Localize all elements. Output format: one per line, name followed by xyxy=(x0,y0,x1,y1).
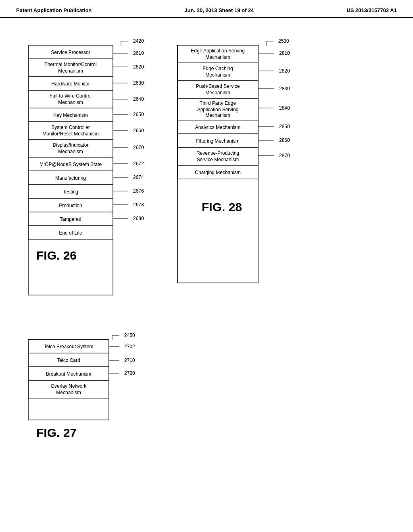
header-right: US 2013/0157702 A1 xyxy=(346,7,397,13)
svg-text:2630: 2630 xyxy=(133,80,144,86)
svg-text:Revenue-Producing: Revenue-Producing xyxy=(196,150,239,156)
svg-rect-122 xyxy=(28,339,109,420)
svg-text:Telco Breakout System: Telco Breakout System xyxy=(44,344,94,349)
header-middle: Jun. 20, 2013 Sheet 19 of 24 xyxy=(184,7,254,13)
svg-text:2420: 2420 xyxy=(133,38,144,44)
svg-text:2676: 2676 xyxy=(133,188,144,194)
fig27-container: 2450 Telco Breakout System 2702 Telco Ca… xyxy=(24,328,161,465)
svg-text:2720: 2720 xyxy=(124,370,135,376)
svg-text:2702: 2702 xyxy=(124,344,135,349)
svg-text:2680: 2680 xyxy=(133,216,144,221)
svg-text:Application Serving: Application Serving xyxy=(197,107,239,112)
header-left: Patent Application Publication xyxy=(16,7,92,13)
svg-text:Hardware Monitor: Hardware Monitor xyxy=(51,81,90,87)
svg-text:System Controller: System Controller xyxy=(51,125,90,130)
svg-text:2810: 2810 xyxy=(279,50,290,56)
svg-text:2672: 2672 xyxy=(133,161,144,166)
svg-text:2450: 2450 xyxy=(124,332,135,338)
svg-text:Service Processor: Service Processor xyxy=(51,50,90,55)
svg-text:2870: 2870 xyxy=(279,153,290,158)
svg-text:Testing: Testing xyxy=(63,189,78,195)
svg-text:Telco Card: Telco Card xyxy=(57,357,80,363)
svg-text:Mechanism: Mechanism xyxy=(205,72,230,78)
svg-text:2820: 2820 xyxy=(279,68,290,74)
svg-text:Overlay Network: Overlay Network xyxy=(51,383,87,389)
svg-text:2640: 2640 xyxy=(133,96,144,102)
svg-text:Mechanism: Mechanism xyxy=(205,54,230,60)
svg-text:2674: 2674 xyxy=(133,175,144,180)
svg-text:Tampered: Tampered xyxy=(60,216,81,222)
svg-text:Charging Mechanism: Charging Mechanism xyxy=(195,170,240,175)
svg-text:MIOP@NodeB System State: MIOP@NodeB System State xyxy=(40,162,102,167)
fig26-diagram: 2420 Service Processor 2610 Thermal Moni… xyxy=(24,34,149,308)
svg-text:Monitor/Reset Mechanism: Monitor/Reset Mechanism xyxy=(42,131,98,137)
svg-text:2660: 2660 xyxy=(133,128,144,133)
svg-text:2650: 2650 xyxy=(133,112,144,117)
svg-text:2840: 2840 xyxy=(279,105,290,111)
svg-text:Third Party Edge: Third Party Edge xyxy=(200,100,236,106)
svg-text:Filtering Mechanism: Filtering Mechanism xyxy=(196,138,239,144)
svg-text:2670: 2670 xyxy=(133,145,144,150)
svg-text:End of Life: End of Life xyxy=(59,230,82,236)
svg-text:FIG. 27: FIG. 27 xyxy=(36,426,77,439)
svg-text:Thermal Monitor/Control: Thermal Monitor/Control xyxy=(44,62,96,67)
svg-text:Mechanism: Mechanism xyxy=(58,100,83,105)
svg-text:Key Mechanism: Key Mechanism xyxy=(53,112,88,118)
fig26-container: 2420 Service Processor 2610 Thermal Moni… xyxy=(24,34,149,308)
svg-text:Production: Production xyxy=(59,203,82,208)
svg-text:2678: 2678 xyxy=(133,202,144,208)
fig28-container: 2530 Edge Application Serving Mechanism … xyxy=(173,34,298,308)
svg-text:Mechanism: Mechanism xyxy=(205,90,230,96)
page-header: Patent Application Publication Jun. 20, … xyxy=(0,0,413,18)
svg-text:Push-Based Service: Push-Based Service xyxy=(196,83,240,89)
svg-text:2610: 2610 xyxy=(133,50,144,56)
svg-text:Display/Indicator: Display/Indicator xyxy=(53,142,89,148)
svg-text:Mechanism: Mechanism xyxy=(56,390,81,395)
svg-text:2620: 2620 xyxy=(133,64,144,70)
svg-text:2860: 2860 xyxy=(279,137,290,143)
fig27-diagram: 2450 Telco Breakout System 2702 Telco Ca… xyxy=(24,328,161,465)
fig28-diagram: 2530 Edge Application Serving Mechanism … xyxy=(173,34,298,308)
svg-text:Mechanism: Mechanism xyxy=(58,149,83,154)
svg-text:FIG. 26: FIG. 26 xyxy=(36,249,77,262)
svg-text:Service Mechanism: Service Mechanism xyxy=(197,157,239,162)
svg-text:2710: 2710 xyxy=(124,357,135,363)
svg-text:2530: 2530 xyxy=(278,38,289,44)
svg-text:2830: 2830 xyxy=(279,86,290,91)
svg-text:Edge Application Serving: Edge Application Serving xyxy=(191,48,244,54)
svg-text:Fail-to-Wire Control: Fail-to-Wire Control xyxy=(50,93,92,99)
svg-text:Mechanism: Mechanism xyxy=(58,68,83,74)
svg-text:Mechanism: Mechanism xyxy=(205,112,230,118)
svg-text:Breakout Mechanism: Breakout Mechanism xyxy=(46,371,92,377)
svg-text:Analytics Mechanism: Analytics Mechanism xyxy=(195,125,241,130)
svg-text:Edge Caching: Edge Caching xyxy=(202,66,233,71)
svg-text:FIG. 28: FIG. 28 xyxy=(202,200,242,214)
svg-text:2850: 2850 xyxy=(279,124,290,129)
svg-text:Manufacturing: Manufacturing xyxy=(55,175,86,181)
